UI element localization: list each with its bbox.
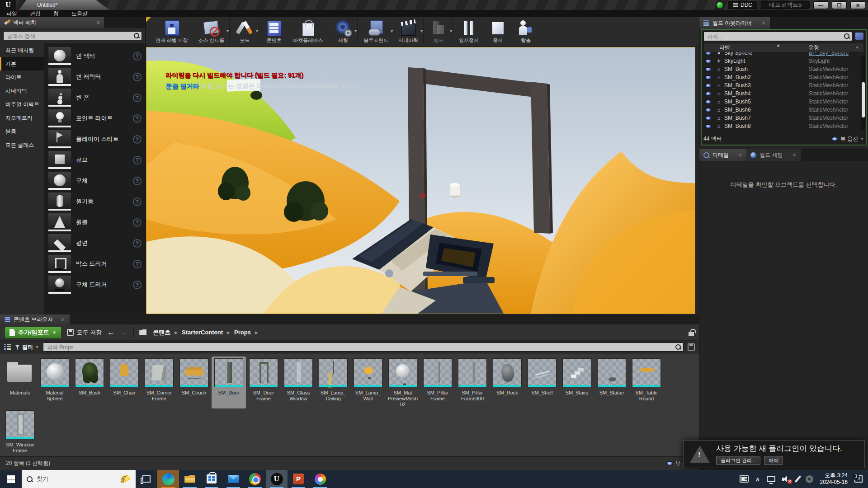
close-tab-icon[interactable]: ✕ <box>61 317 65 323</box>
placeable-actor-item[interactable]: 큐브 ? <box>44 150 145 170</box>
visibility-eye-icon[interactable] <box>705 92 712 96</box>
world-outliner-tab[interactable]: 월드 아웃라이너 ✕ <box>699 17 770 29</box>
asset-item[interactable]: SM_Pillar Frame <box>420 357 455 408</box>
pen-icon[interactable] <box>794 475 801 483</box>
sources-panel-icon[interactable] <box>4 344 11 350</box>
asset-search-input[interactable] <box>43 343 683 352</box>
visibility-eye-icon[interactable] <box>705 59 712 63</box>
ddc-button[interactable]: DDC <box>728 1 757 9</box>
asset-item[interactable]: SM_Glass Window <box>281 357 316 408</box>
outliner-row[interactable]: ⌂ SM_Bush7 StaticMeshActor <box>703 114 864 122</box>
asset-item[interactable]: Materials <box>3 357 37 408</box>
asset-item[interactable]: Material Sphere <box>38 357 72 408</box>
category-item[interactable]: 기본 <box>0 57 44 70</box>
outliner-row[interactable]: ⌂ SM_Bush4 StaticMeshActor <box>703 89 864 98</box>
help-icon[interactable]: ? <box>133 135 142 144</box>
column-label[interactable]: 라벨 ▲ <box>704 44 808 52</box>
taskbar-app-krita[interactable] <box>309 470 331 488</box>
asset-item[interactable]: SM_Pillar Frame300 <box>455 357 490 408</box>
create-folder-icon[interactable] <box>855 33 863 40</box>
toolbar-button[interactable]: ▼ 일시정지 <box>454 19 484 44</box>
breadcrumb-link[interactable]: Props <box>234 329 251 336</box>
widgets-news-icon[interactable] <box>740 475 749 483</box>
toolbar-button[interactable]: ▼ 마켓플레이스 <box>288 19 328 44</box>
toolbar-button[interactable]: ▼ 탈출 <box>512 19 540 44</box>
visibility-eye-icon[interactable] <box>705 100 712 104</box>
taskbar-app-chrome[interactable] <box>244 470 266 488</box>
level-viewport[interactable]: 라이팅을 다시 빌드해야 합니다 (빌드 필요: 91개) 시지를 숨기는 명령… <box>146 47 695 314</box>
asset-item[interactable]: SM_Corner Frame <box>142 357 176 408</box>
help-icon[interactable]: ? <box>133 52 142 61</box>
close-circle-icon[interactable]: ✕ <box>806 475 813 483</box>
visibility-eye-icon[interactable] <box>705 75 712 80</box>
network-display-icon[interactable] <box>767 476 775 482</box>
close-tab-icon[interactable]: ✕ <box>793 152 797 158</box>
action-center-icon[interactable]: 3 <box>854 475 863 483</box>
help-icon[interactable]: ? <box>133 281 142 289</box>
category-item[interactable]: 볼륨 <box>0 125 44 138</box>
menu-item[interactable]: 편집 <box>24 10 47 18</box>
placeable-actor-item[interactable]: 빈 폰 ? <box>44 87 145 108</box>
taskbar-app-store[interactable] <box>201 470 222 488</box>
outliner-row[interactable]: ☀ SkyLight SkyLight <box>703 57 864 65</box>
asset-item[interactable]: SM_Statue <box>594 357 629 408</box>
visibility-eye-icon[interactable] <box>705 52 712 55</box>
chevron-right-icon[interactable]: ▶ <box>227 330 230 335</box>
close-tab-icon[interactable]: ✕ <box>96 20 100 26</box>
asset-item[interactable]: SM_Lamp_ Wall <box>351 357 385 408</box>
add-import-button[interactable]: 추가/임포트 ▼ <box>5 327 61 338</box>
breadcrumb-link[interactable]: StarterContent <box>182 329 223 336</box>
save-search-icon[interactable] <box>688 343 695 351</box>
toolbar-button[interactable]: ▼ 세팅 <box>329 19 358 44</box>
toolbar-button[interactable]: ▼ 현재 레벨 저장 <box>151 19 193 44</box>
manage-plugins-button[interactable]: 플러그인 관리... <box>716 456 760 465</box>
help-icon[interactable]: ? <box>133 114 142 123</box>
toolbar-button[interactable]: ▼ 콘텐츠 <box>260 19 288 44</box>
toolbar-button[interactable]: ▼ 소스 컨트롤 <box>193 19 230 44</box>
category-item[interactable]: 비주얼 이펙트 <box>0 98 44 111</box>
start-button[interactable] <box>0 470 22 488</box>
help-icon[interactable]: ? <box>133 156 142 164</box>
forward-arrow-icon[interactable]: → <box>120 328 128 337</box>
outliner-search-box[interactable] <box>703 32 852 41</box>
outliner-scrollbar[interactable] <box>861 56 865 130</box>
outliner-search-input[interactable] <box>704 33 852 41</box>
help-icon[interactable]: ? <box>133 239 142 248</box>
toolbar-button[interactable]: ▼ 블루프린트 <box>359 19 393 44</box>
save-all-button[interactable]: 모두 저장 <box>67 328 102 337</box>
placeable-actor-item[interactable]: 플레이어 스타트 ? <box>44 129 145 150</box>
outliner-row[interactable]: ⌂ SM_Bush5 StaticMeshActor <box>703 98 864 106</box>
asset-item[interactable]: SM_Bush <box>72 357 107 408</box>
scrollbar-thumb[interactable] <box>862 82 865 117</box>
taskbar-app-explorer[interactable] <box>179 470 201 488</box>
help-icon[interactable]: ? <box>133 218 142 227</box>
volume-muted-icon[interactable]: ✕ <box>782 476 790 483</box>
content-browser-tab[interactable]: 콘텐츠 브라우저 ✕ <box>0 314 70 324</box>
help-icon[interactable]: ? <box>133 94 142 102</box>
asset-search-box[interactable] <box>43 343 684 352</box>
taskbar-app-edge[interactable] <box>157 470 179 488</box>
help-icon[interactable]: ? <box>133 260 142 268</box>
placeable-actor-item[interactable]: 빈 액터 ? <box>44 46 145 66</box>
chevron-down-icon[interactable]: ▼ <box>226 29 230 33</box>
back-arrow-icon[interactable]: ← <box>107 328 115 337</box>
chevron-down-icon[interactable]: ▼ <box>255 29 259 33</box>
asset-item[interactable]: SM_Mat PreviewMesh 02 <box>386 357 420 408</box>
visibility-eye-icon[interactable] <box>705 116 712 120</box>
placeable-actor-item[interactable]: 구체 ? <box>44 170 145 191</box>
taskbar-app-powerpoint[interactable]: P <box>288 470 309 488</box>
place-actors-tab[interactable]: 액터 배치 ✕ <box>0 17 104 28</box>
asset-item[interactable]: SM_Door <box>212 357 246 408</box>
placeable-actor-item[interactable]: 평면 ? <box>44 233 145 253</box>
filter-button[interactable]: 필터 ▼ <box>15 343 39 351</box>
class-search-input[interactable] <box>4 32 142 40</box>
asset-item[interactable]: SM_Couch <box>177 357 211 408</box>
toolbar-button[interactable]: ▼ 중지 <box>484 19 512 44</box>
placeable-actor-item[interactable]: 원뿔 ? <box>44 212 145 233</box>
document-tab[interactable]: Untitled* <box>19 0 109 10</box>
help-icon[interactable]: ? <box>133 73 142 81</box>
world-settings-tab[interactable]: 월드 세팅 ✕ <box>746 149 801 161</box>
taskbar-clock[interactable]: 오후 3:24 2024-05-16 <box>820 472 848 486</box>
close-tab-icon[interactable]: ✕ <box>738 152 742 158</box>
placeable-actor-item[interactable]: 포인트 라이트 ? <box>44 108 145 129</box>
